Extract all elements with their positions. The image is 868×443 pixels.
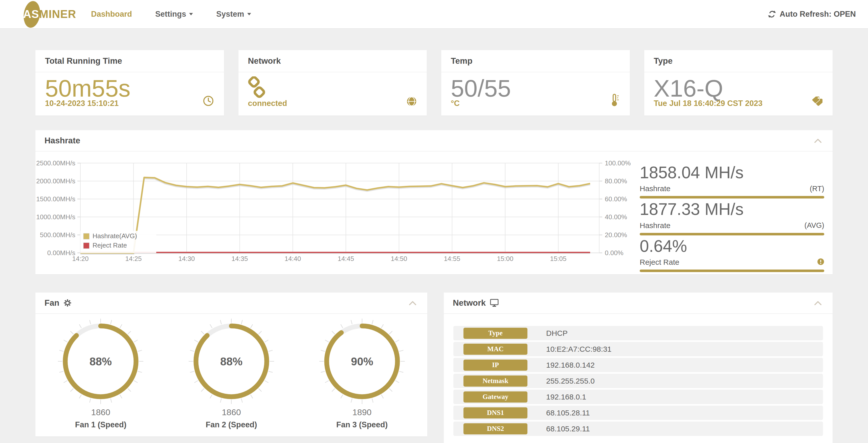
network-collapse-button[interactable] [814, 301, 822, 306]
reject-rate-value: 0.64% [640, 238, 824, 255]
network-panel: Network TypeDHCPMAC10:E2:A7:CC:98:31IP19… [444, 292, 833, 443]
fan-percent: 90% [351, 355, 373, 368]
network-row-dns1: DNS168.105.28.11 [453, 406, 823, 420]
x-axis-label: 14:25 [125, 255, 142, 262]
card-title: Network [239, 50, 427, 72]
x-axis-label: 14:45 [338, 255, 354, 262]
card-network-status: Network connected [239, 50, 427, 116]
hashrate-panel: Hashrate 2500.00MH/s100.00%2000.00MH/s80… [35, 130, 833, 274]
nav-dashboard-label: Dashboard [91, 10, 132, 19]
network-row-netmask: Netmask255.255.255.0 [453, 374, 823, 388]
fan-panel-title: Fan [44, 298, 59, 308]
chevron-up-icon [814, 139, 822, 143]
fan-gauge-ring: 88% [58, 318, 144, 404]
stat-hashrate-rt: 1858.04 MH/s Hashrate (RT) [640, 164, 824, 198]
miner-type-value: X16-Q [654, 76, 823, 100]
info-exclamation-icon [817, 258, 824, 266]
fan-gauge-3: 90%1890Fan 3 (Speed) [297, 318, 427, 429]
nav-settings-label: Settings [155, 10, 186, 19]
network-key-badge: Netmask [463, 376, 527, 387]
x-axis-label: 14:50 [391, 255, 407, 262]
y-axis-right-label: 80.00% [605, 177, 627, 185]
network-row-gateway: Gateway192.168.0.1 [453, 390, 823, 404]
card-running-time: Total Running Time 50m55s 10-24-2023 15:… [35, 50, 224, 116]
network-key-badge: DNS2 [463, 423, 527, 434]
chevron-up-icon [409, 301, 416, 305]
fan-gauge-ring: 90% [319, 318, 405, 404]
nav-item-settings[interactable]: Settings [155, 10, 193, 19]
card-title: Temp [441, 50, 630, 72]
temp-value: 50/55 [451, 76, 620, 100]
x-axis-label: 14:40 [284, 255, 301, 262]
network-row-dns2: DNS268.105.29.11 [453, 421, 823, 436]
fan-percent: 88% [220, 355, 243, 368]
hashrate-avg-value: 1877.33 MH/s [640, 200, 824, 218]
y-axis-right-label: 20.00% [605, 231, 627, 239]
jasminer-logo[interactable]: JASMINER [17, 0, 75, 28]
nav-item-dashboard[interactable]: Dashboard [91, 10, 132, 19]
stat-label: Hashrate [640, 184, 671, 193]
temp-unit: °C [451, 99, 460, 108]
stat-label: Hashrate [640, 221, 671, 230]
network-key-badge: DNS1 [463, 407, 527, 418]
card-type: Type X16-Q Tue Jul 18 16:40:29 CST 2023 [644, 50, 833, 116]
card-title: Type [644, 50, 833, 72]
network-key-badge: IP [463, 359, 527, 371]
fan-speed-value: 1860 [222, 407, 241, 417]
card-title: Total Running Time [35, 50, 224, 72]
y-axis-right-label: 0.00% [605, 249, 623, 257]
auto-refresh-toggle[interactable]: Auto Refresh: OPEN [768, 10, 856, 19]
fan-speed-value: 1890 [352, 407, 372, 417]
network-value: 192.168.0.1 [546, 393, 586, 401]
x-axis-label: 15:00 [497, 255, 513, 262]
chain-link-icon [248, 76, 417, 100]
nav-menu: Dashboard Settings System [91, 10, 251, 19]
fan-label: Fan 3 (Speed) [336, 420, 388, 429]
y-axis-left-label: 1000.00MH/s [36, 213, 75, 221]
x-axis-label: 14:55 [444, 255, 460, 262]
stat-bar [640, 270, 824, 272]
fan-gauges: 88%1860Fan 1 (Speed)88%1860Fan 2 (Speed)… [35, 314, 427, 429]
network-row-mac: MAC10:E2:A7:CC:98:31 [453, 342, 823, 356]
hashrate-collapse-button[interactable] [814, 139, 822, 144]
network-row-type: TypeDHCP [453, 326, 823, 340]
caret-down-icon [247, 13, 251, 15]
y-axis-left-label: 1500.00MH/s [36, 195, 75, 203]
running-time-value: 50m55s [45, 76, 214, 100]
stat-tag-avg: (AVG) [805, 221, 824, 230]
svg-text:Reject Rate: Reject Rate [93, 242, 127, 249]
firmware-date: Tue Jul 18 16:40:29 CST 2023 [654, 99, 763, 108]
network-rows: TypeDHCPMAC10:E2:A7:CC:98:31IP192.168.0.… [444, 314, 833, 436]
refresh-icon [768, 10, 776, 19]
fan-collapse-button[interactable] [409, 301, 416, 306]
hashrate-chart: 2500.00MH/s100.00%2000.00MH/s80.00%1500.… [35, 156, 662, 267]
network-key-badge: MAC [463, 344, 527, 355]
fan-speed-value: 1860 [91, 407, 111, 417]
stat-bar [640, 196, 824, 198]
y-axis-right-label: 60.00% [605, 195, 627, 203]
network-value: 255.255.255.0 [546, 377, 595, 385]
stat-hashrate-avg: 1877.33 MH/s Hashrate (AVG) [640, 200, 824, 235]
logo-text: JASMINER [17, 8, 76, 21]
network-key-badge: Gateway [463, 391, 527, 403]
stat-bar [640, 233, 824, 235]
nav-item-system[interactable]: System [216, 10, 251, 19]
gear-icon[interactable] [63, 299, 71, 307]
y-axis-left-label: 2000.00MH/s [36, 177, 75, 185]
clock-icon [203, 95, 214, 107]
y-axis-right-label: 40.00% [605, 213, 627, 221]
network-panel-title: Network [453, 298, 486, 308]
hashrate-rt-value: 1858.04 MH/s [640, 164, 824, 181]
fan-percent: 88% [90, 355, 112, 368]
fan-gauge-1: 88%1860Fan 1 (Speed) [35, 318, 166, 429]
fan-panel: Fan 88%1860Fan 1 (Speed)88%1860Fan 2 (Sp… [35, 292, 427, 436]
running-time-date: 10-24-2023 15:10:21 [45, 99, 119, 108]
caret-down-icon [189, 13, 193, 15]
x-axis-label: 14:30 [178, 255, 195, 262]
network-value: 68.105.29.11 [546, 424, 590, 433]
nav-system-label: System [216, 10, 244, 19]
fan-label: Fan 2 (Speed) [206, 420, 257, 429]
stat-reject-rate: 0.64% Reject Rate [640, 238, 824, 272]
y-axis-left-label: 2500.00MH/s [36, 159, 75, 167]
navbar: JASMINER Dashboard Settings System Auto … [0, 0, 868, 29]
